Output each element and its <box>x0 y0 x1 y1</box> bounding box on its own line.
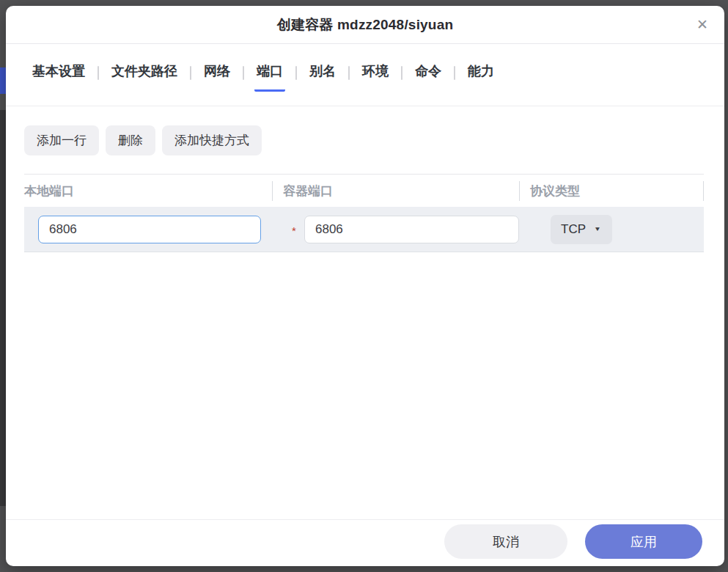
header-protocol-type: 协议类型 <box>520 175 704 207</box>
local-port-cell <box>24 207 273 252</box>
table-header-row: 本地端口 容器端口 协议类型 <box>24 174 704 207</box>
tab-ports[interactable]: 端口 <box>254 62 285 92</box>
protocol-cell: TCP ▼ <box>520 207 704 252</box>
tab-network[interactable]: 网络 <box>202 62 232 92</box>
local-port-input[interactable] <box>38 216 261 243</box>
cancel-button[interactable]: 取消 <box>444 524 567 559</box>
create-container-dialog: 创建容器 mdzz2048/siyuan ✕ 基本设置 文件夹路径 网络 端口 … <box>6 6 724 566</box>
delete-button[interactable]: 删除 <box>106 125 155 155</box>
ports-panel: 添加一行 删除 添加快捷方式 本地端口 容器端口 协议类型 * <box>6 106 724 519</box>
tab-separator <box>348 66 350 80</box>
header-local-port: 本地端口 <box>24 175 273 207</box>
container-port-cell: * <box>273 207 520 252</box>
close-button[interactable]: ✕ <box>692 15 713 35</box>
tab-separator <box>190 66 191 80</box>
screen-backdrop: 创建容器 mdzz2048/siyuan ✕ 基本设置 文件夹路径 网络 端口 … <box>0 0 728 572</box>
ports-table: 本地端口 容器端口 协议类型 * TCP ▼ <box>24 174 704 252</box>
tab-aliases[interactable]: 别名 <box>307 62 338 92</box>
dialog-tabs: 基本设置 文件夹路径 网络 端口 别名 环境 命令 能力 <box>6 44 724 106</box>
header-container-port: 容器端口 <box>273 175 520 207</box>
tab-basic-settings[interactable]: 基本设置 <box>30 62 87 92</box>
dialog-footer: 取消 应用 <box>6 519 724 566</box>
protocol-dropdown[interactable]: TCP ▼ <box>551 215 612 244</box>
add-row-button[interactable]: 添加一行 <box>24 125 99 155</box>
tab-separator <box>98 66 99 80</box>
tab-separator <box>295 66 297 80</box>
ports-toolbar: 添加一行 删除 添加快捷方式 <box>24 125 704 155</box>
tab-folder-paths[interactable]: 文件夹路径 <box>109 62 180 92</box>
tab-separator <box>401 66 402 80</box>
required-asterisk: * <box>292 224 299 237</box>
tab-commands[interactable]: 命令 <box>413 62 444 92</box>
empty-area <box>24 252 704 519</box>
add-shortcut-button[interactable]: 添加快捷方式 <box>162 125 262 155</box>
tab-separator <box>454 66 455 80</box>
protocol-value: TCP <box>561 222 586 237</box>
container-port-input[interactable] <box>304 216 519 243</box>
tab-capabilities[interactable]: 能力 <box>466 62 496 92</box>
chevron-down-icon: ▼ <box>594 226 601 232</box>
dialog-title: 创建容器 mdzz2048/siyuan <box>277 15 454 34</box>
dialog-header: 创建容器 mdzz2048/siyuan ✕ <box>6 6 724 44</box>
apply-button[interactable]: 应用 <box>585 524 702 559</box>
table-row: * TCP ▼ <box>24 207 704 252</box>
tab-separator <box>243 66 244 80</box>
tab-environment[interactable]: 环境 <box>360 62 391 92</box>
close-icon: ✕ <box>696 18 708 32</box>
